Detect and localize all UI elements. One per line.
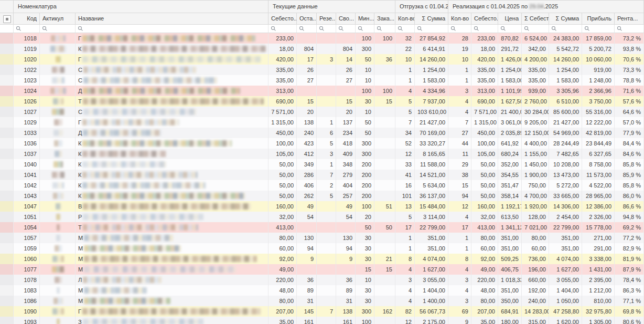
col-header-name[interactable]: Название — [76, 13, 269, 24]
cell-code: 1026 — [14, 96, 40, 107]
table-row[interactable]: 1078Л220,0036361033 055,003220,001 018,3… — [0, 275, 644, 285]
cell-article — [40, 96, 76, 107]
filter-free[interactable] — [336, 25, 356, 33]
col-header-ship_qty[interactable]: Кол-во — [395, 13, 415, 24]
filter-code[interactable] — [14, 25, 40, 33]
table-row[interactable]: 1023С335,0027271011 583,001335,001 583,0… — [0, 75, 644, 86]
cell-sale_cost: 105,00 — [471, 149, 498, 159]
col-header-sale_sum_cost[interactable]: Σ Себест... — [522, 13, 549, 24]
table-row[interactable]: 1029Г1 315,00138113750721 427,0071 315,0… — [0, 117, 644, 128]
table-row[interactable]: 1043К50,00262525720010136 137,009450,003… — [0, 191, 644, 201]
col-header-profit[interactable]: Прибыль — [582, 13, 615, 24]
table-row[interactable]: 1042К50,004062404200165 634,001550,00351… — [0, 180, 644, 191]
table-row[interactable]: 1059М60,009494301351,00160,00351,0060,00… — [0, 243, 644, 254]
cell-margin: 77,1 % — [615, 296, 644, 306]
cell-price: 3 061,00 — [498, 117, 522, 128]
cell-code: 1027 — [14, 107, 40, 117]
cell-price: 870,82 — [498, 33, 522, 44]
cell-sale_sum_cost: 60,00 — [522, 243, 549, 254]
cell-margin: 85,8 % — [615, 159, 644, 170]
table-row[interactable]: 1051Р32,0054542053 114,00432,00613,50128… — [0, 212, 644, 222]
table-row[interactable]: 1033Д450,002406234503470 169,0027450,002… — [0, 128, 644, 138]
filter-reserve[interactable] — [317, 25, 336, 33]
filter-min[interactable] — [356, 25, 374, 33]
col-header-article[interactable]: Актикул — [40, 13, 76, 24]
filter-cost[interactable] — [269, 25, 297, 33]
filter-profit[interactable] — [582, 25, 615, 33]
col-header-code[interactable]: Код — [14, 13, 40, 24]
cell-price: 352,00 — [498, 159, 522, 170]
col-header-stock[interactable]: Оста... — [297, 13, 317, 24]
filter-article[interactable] — [40, 25, 76, 33]
table-row[interactable]: 1024Д313,0010010044 334,963313,001 101,9… — [0, 86, 644, 96]
cell-name: Т — [76, 96, 269, 107]
filter-sale_sum_cost[interactable] — [522, 25, 549, 33]
select-all-button[interactable] — [3, 15, 11, 23]
cell-sale_sum: 13 473,00 — [549, 170, 582, 180]
cell-sale_cost: 49,00 — [471, 264, 498, 275]
cell-margin: 86,0 % — [615, 191, 644, 201]
col-header-sale_cost[interactable]: Себесто... — [471, 13, 498, 24]
filter-sale_cost[interactable] — [471, 25, 498, 33]
table-row[interactable]: 1037К105,004123409300128 165,6511105,006… — [0, 149, 644, 159]
cell-ship_qty: 82 — [395, 306, 415, 317]
col-header-margin[interactable]: Рента... — [615, 13, 644, 24]
cell-ship_qty: 5 — [395, 212, 415, 222]
table-row[interactable]: 1018Г233,001001003227 854,9228233,00870,… — [0, 33, 644, 44]
table-row[interactable]: 1047В160,004949100511315 484,0012160,001… — [0, 201, 644, 212]
filter-sale_qty[interactable] — [448, 25, 471, 33]
col-header-order[interactable]: Зака... — [374, 13, 395, 24]
cell-margin: 69,8 % — [615, 306, 644, 317]
filter-name[interactable] — [76, 25, 269, 33]
col-header-ship_sum[interactable]: Σ Сумма — [415, 13, 448, 24]
cell-stock: 423 — [297, 138, 317, 149]
cell-name: М — [76, 296, 269, 306]
table-row[interactable]: 1093З35,00161161100122 175,00935,00180,0… — [0, 317, 644, 324]
cell-profit: 3 338,00 — [582, 254, 615, 264]
table-row[interactable]: 1022С335,0026261011 254,001335,001 254,0… — [0, 65, 644, 75]
col-header-price[interactable]: Цена — [498, 13, 522, 24]
col-header-min[interactable]: Мин... — [356, 13, 374, 24]
cell-min: 30 — [356, 243, 374, 254]
cell-sale_cost: 50,00 — [471, 191, 498, 201]
table-row[interactable]: 1086М80,0031313041 400,00380,00350,00240… — [0, 296, 644, 306]
filter-order[interactable] — [374, 25, 395, 33]
table-row[interactable]: 1020Г420,001731450361014 260,0010420,001… — [0, 54, 644, 65]
col-header-cost[interactable]: Себесто... — [269, 13, 297, 24]
col-header-sale_qty[interactable]: Кол-во — [448, 13, 471, 24]
table-row[interactable]: 1057М80,00130130301351,00180,00351,0080,… — [0, 233, 644, 243]
filter-ship_qty[interactable] — [395, 25, 415, 33]
cell-order — [374, 128, 395, 138]
table-row[interactable]: 1083М48,0089893041 404,00448,00351,00192… — [0, 285, 644, 296]
table-row[interactable]: 1036К100,0042354183005233 320,2744100,00… — [0, 138, 644, 149]
cell-free: 234 — [336, 128, 356, 138]
table-row[interactable]: 1019К18,00804804300226 414,911918,00291,… — [0, 44, 644, 54]
table-row[interactable]: 1027С7 571,002020105103 610,0047 571,002… — [0, 107, 644, 117]
cell-article — [40, 201, 76, 212]
table-row[interactable]: 1041К50,0028672792004114 521,003850,0035… — [0, 170, 644, 180]
cell-order: 100 — [374, 86, 395, 96]
col-header-sale_sum[interactable]: Σ Сумма — [549, 13, 582, 24]
cell-free: 9 — [336, 254, 356, 264]
table-row[interactable]: 1054Т413,0050501722 799,0017413,001 341,… — [0, 222, 644, 233]
col-header-reserve[interactable]: Резе... — [317, 13, 336, 24]
filter-price[interactable] — [498, 25, 522, 33]
col-header-free[interactable]: Сво... — [336, 13, 356, 24]
table-row[interactable]: 1060М92,0099302184 074,00892,00509,25736… — [0, 254, 644, 264]
filter-margin[interactable] — [615, 25, 644, 33]
table-row[interactable]: 1026Т690,001515301557 937,004690,001 627… — [0, 96, 644, 107]
cell-sale_qty: 8 — [448, 254, 471, 264]
filter-stock[interactable] — [297, 25, 317, 33]
table-row[interactable]: 1090Г207,0014571383001628256 067,7369207… — [0, 306, 644, 317]
cell-ship_qty: 10 — [395, 54, 415, 65]
filter-sale_sum[interactable] — [549, 25, 582, 33]
filter-ship_sum[interactable] — [415, 25, 448, 33]
cell-stock: 130 — [297, 233, 317, 243]
cell-name: М — [76, 264, 269, 275]
cell-sale_qty: 1 — [448, 65, 471, 75]
cell-order — [374, 149, 395, 159]
cell-margin: 77,2 % — [615, 233, 644, 243]
table-row[interactable]: 1040К50,0034913482003311 588,002950,0035… — [0, 159, 644, 170]
table-row[interactable]: 1077М49,00151541 627,00449,00406,75196,0… — [0, 264, 644, 275]
cell-article — [40, 264, 76, 275]
